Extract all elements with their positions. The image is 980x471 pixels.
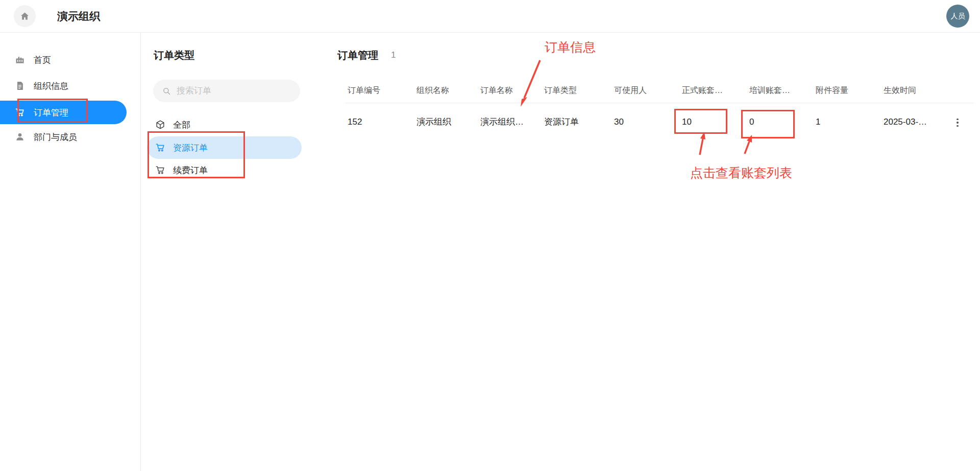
col-header-order-name: 订单名称 [480, 83, 513, 98]
building-icon [15, 55, 25, 65]
sidebar-item-order-management[interactable]: 订单管理 [0, 101, 127, 124]
cart-icon [15, 107, 25, 117]
order-type-panel: 订单类型 全部 资源订单 续费订单 [141, 33, 318, 471]
search-box[interactable] [153, 80, 300, 102]
sidebar: 首页 组织信息 订单管理 部门与成员 [0, 33, 141, 471]
col-header-order-no: 订单编号 [348, 83, 380, 98]
cell-order-name[interactable]: 演示组织… [480, 114, 524, 130]
home-icon [19, 11, 30, 21]
cart-icon [155, 165, 165, 175]
order-type-item-all[interactable]: 全部 [147, 113, 302, 136]
table-header-divider [345, 103, 974, 103]
order-management-panel: 订单管理 1 订单编号 组织名称 订单名称 订单类型 可使用人 正式账套… 培训… [318, 33, 980, 471]
col-header-order-type: 订单类型 [544, 83, 577, 98]
main-title: 订单管理 [337, 49, 378, 62]
cell-training-account-sets[interactable]: 0 [749, 114, 754, 130]
cell-effective-time: 2025-03-… [884, 114, 927, 130]
sidebar-item-label: 组织信息 [34, 80, 68, 92]
cell-org-name: 演示组织 [416, 114, 451, 130]
cell-usable-users: 30 [614, 114, 624, 130]
order-type-label: 续费订单 [173, 164, 208, 176]
sidebar-item-label: 部门与成员 [34, 131, 77, 143]
page-title: 演示组织 [57, 0, 100, 33]
sidebar-item-departments-members[interactable]: 部门与成员 [0, 125, 127, 149]
search-input[interactable] [177, 86, 289, 96]
order-type-item-renewal[interactable]: 续费订单 [147, 159, 302, 181]
cell-formal-account-sets[interactable]: 10 [682, 114, 692, 130]
order-type-label: 资源订单 [173, 142, 208, 154]
col-header-training-sets: 培训账套… [749, 83, 790, 98]
document-icon [15, 81, 25, 91]
app-header: 演示组织 人员 [0, 0, 980, 33]
home-button[interactable] [14, 5, 36, 27]
more-actions-icon[interactable] [952, 116, 963, 129]
sidebar-item-label: 首页 [34, 54, 51, 66]
col-header-org-name: 组织名称 [416, 83, 449, 98]
sidebar-item-home[interactable]: 首页 [0, 48, 127, 72]
sidebar-item-label: 订单管理 [34, 107, 68, 119]
order-type-item-resource[interactable]: 资源订单 [147, 136, 302, 159]
col-header-formal-sets: 正式账套… [682, 83, 723, 98]
cart-icon [155, 143, 165, 153]
page: 演示组织 人员 首页 组织信息 订单管理 部门与成员 [0, 0, 980, 471]
col-header-attachment: 附件容量 [816, 83, 848, 98]
cell-order-type: 资源订单 [544, 114, 579, 130]
col-header-effective-time: 生效时间 [884, 83, 916, 98]
cube-icon [155, 120, 165, 130]
cell-order-no: 152 [348, 114, 362, 130]
sidebar-item-org-info[interactable]: 组织信息 [0, 74, 127, 98]
order-type-label: 全部 [173, 119, 190, 131]
person-icon [15, 132, 25, 142]
order-count: 1 [391, 50, 396, 60]
search-icon [162, 86, 172, 96]
cell-attachment-capacity: 1 [816, 114, 820, 130]
avatar[interactable]: 人员 [946, 5, 969, 28]
annotation-order-info: 订单信息 [545, 39, 596, 56]
panel-title: 订单类型 [154, 49, 194, 62]
col-header-usable-users: 可使用人 [614, 83, 647, 98]
annotation-click-view: 点击查看账套列表 [690, 164, 792, 181]
